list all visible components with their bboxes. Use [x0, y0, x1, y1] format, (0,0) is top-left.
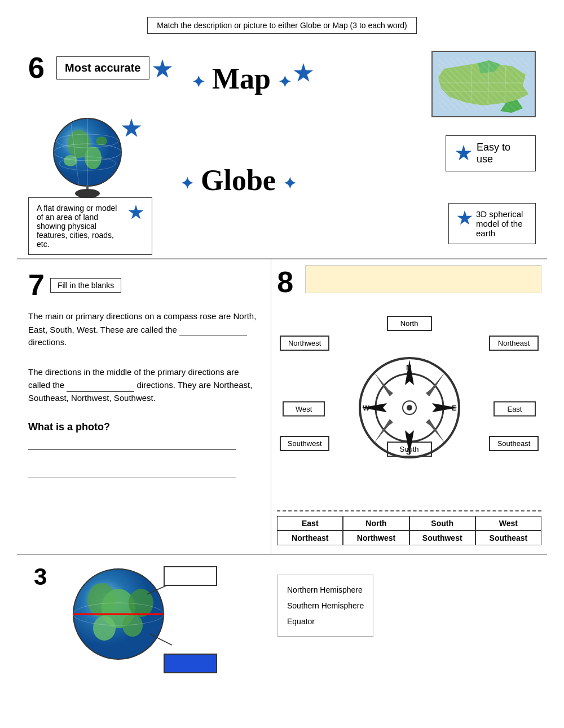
- map-label: ✦ Map ✦: [192, 62, 291, 95]
- most-accurate-box: Most accurate: [56, 56, 149, 80]
- section-number-3: 3: [34, 563, 47, 590]
- globe-star-right: ✦: [283, 175, 296, 192]
- svg-rect-0: [433, 52, 536, 117]
- section-number-6: 6: [28, 51, 45, 85]
- section-number-7: 7: [28, 268, 45, 302]
- sections-7-8-row: 7 Fill in the blanks The main or primary…: [17, 259, 547, 555]
- blank-2[interactable]: [67, 378, 134, 392]
- svg-marker-28: [426, 372, 445, 396]
- svg-point-12: [85, 147, 102, 169]
- instruction-box: Match the description or picture to eith…: [147, 17, 417, 34]
- svg-marker-1: [438, 63, 528, 105]
- hemisphere-labels-box: Northern Hemisphere Southern Hemisphere …: [277, 575, 373, 637]
- word-bank-east: East: [277, 517, 343, 530]
- starburst-flat: [128, 205, 144, 220]
- hemisphere-label-1: Northern Hemisphere: [287, 582, 364, 598]
- starburst-2: [293, 63, 314, 83]
- us-map-image: [431, 51, 536, 117]
- svg-marker-30: [426, 419, 445, 443]
- hemisphere-label-3: Equator: [287, 614, 364, 629]
- flat-drawing-box: A flat drawing or model of an area of la…: [28, 197, 152, 255]
- section-8: 8 North South East West Northeast Northw…: [271, 259, 547, 554]
- svg-text:E: E: [452, 404, 457, 412]
- compass-container: North South East West Northeast Northwes…: [277, 313, 541, 505]
- west-box[interactable]: West: [283, 401, 325, 417]
- section-7-paragraph1: The main or primary directions on a comp…: [28, 310, 259, 349]
- section-7: 7 Fill in the blanks The main or primary…: [17, 259, 271, 554]
- blank-1[interactable]: [179, 323, 247, 337]
- northeast-box[interactable]: Northeast: [489, 336, 539, 351]
- spherical-box: 3D spherical model of the earth: [448, 203, 536, 244]
- earth-label-top[interactable]: [164, 566, 217, 586]
- globe-image: [48, 113, 133, 202]
- compass-rose: N S E W: [356, 354, 463, 464]
- starburst-spherical: [457, 210, 473, 226]
- northwest-box[interactable]: Northwest: [280, 336, 329, 351]
- map-star-right: ✦: [278, 73, 291, 91]
- word-bank-southwest: Southwest: [410, 531, 476, 545]
- earth-diagram: [59, 566, 217, 679]
- answer-line-2: [28, 467, 236, 478]
- section-6: 6 Most accurate ✦ Map: [17, 45, 547, 259]
- hemisphere-label-2: Southern Hemisphere: [287, 598, 364, 614]
- svg-marker-29: [374, 372, 393, 396]
- earth-label-bottom[interactable]: [164, 654, 217, 673]
- north-box[interactable]: North: [387, 316, 432, 331]
- east-box[interactable]: East: [493, 401, 536, 417]
- word-bank-northeast: Northeast: [277, 531, 343, 545]
- svg-point-33: [407, 405, 412, 411]
- southwest-box[interactable]: Southwest: [280, 436, 329, 451]
- svg-marker-2: [478, 60, 500, 73]
- svg-text:N: N: [406, 363, 411, 372]
- svg-point-21: [75, 189, 100, 198]
- easy-to-use-box: Easy to use: [446, 135, 536, 171]
- word-bank-southeast: Southeast: [476, 531, 541, 545]
- svg-line-4: [471, 63, 472, 103]
- section-3: 3: [28, 563, 272, 679]
- answer-box-8[interactable]: [305, 265, 541, 293]
- svg-text:S: S: [406, 448, 411, 456]
- svg-text:W: W: [363, 404, 370, 412]
- section-number-8: 8: [277, 265, 293, 299]
- word-bank-northwest: Northwest: [343, 531, 409, 545]
- word-bank: East North South West Northeast Northwes…: [277, 510, 541, 545]
- globe-label: ✦ Globe ✦: [180, 164, 296, 197]
- southeast-box[interactable]: Southeast: [489, 436, 539, 451]
- word-bank-north: North: [343, 517, 409, 530]
- globe-star-left: ✦: [180, 175, 193, 192]
- word-bank-south: South: [410, 517, 476, 530]
- svg-marker-31: [374, 419, 393, 443]
- svg-point-43: [93, 616, 116, 641]
- map-star-left: ✦: [192, 73, 205, 91]
- word-bank-row-1: East North South West: [277, 516, 541, 531]
- what-photo-question: What is a photo?: [28, 421, 259, 433]
- starburst-easy: [455, 145, 472, 162]
- section-7-paragraph2: The directions in the middle of the prim…: [28, 366, 259, 405]
- svg-line-6: [505, 66, 506, 102]
- answer-line-1: [28, 439, 236, 450]
- fill-in-blanks-label: Fill in the blanks: [50, 278, 121, 293]
- word-bank-west: West: [476, 517, 541, 530]
- starburst-1: [152, 59, 173, 80]
- word-bank-row-2: Northeast Northwest Southwest Southeast: [277, 531, 541, 545]
- section-right-bottom: Northern Hemisphere Southern Hemisphere …: [272, 563, 536, 679]
- section-bottom: 3: [17, 555, 547, 687]
- svg-line-5: [488, 63, 489, 104]
